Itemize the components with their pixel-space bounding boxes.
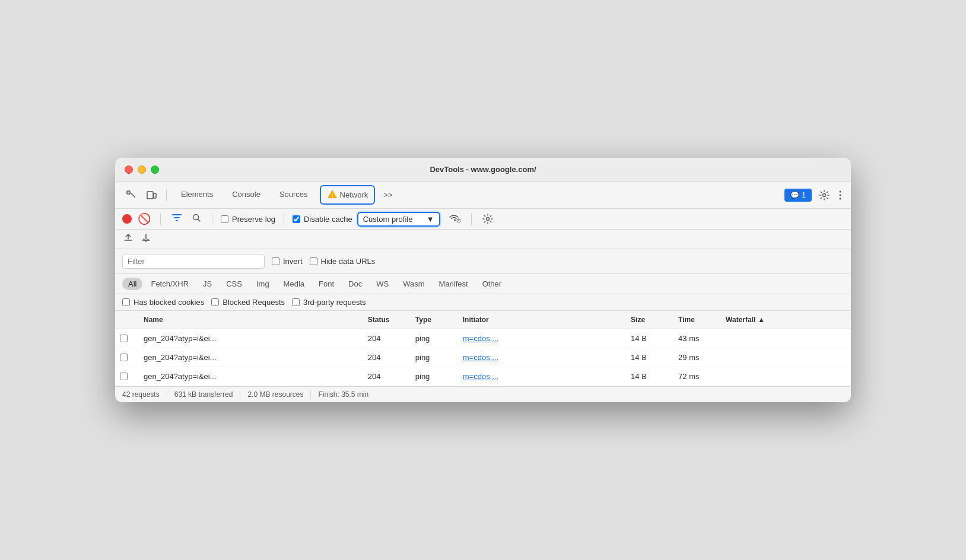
tab-sources[interactable]: Sources [271, 186, 316, 203]
devtools-window: DevTools - www.google.com/ Elements Cons… [115, 158, 851, 402]
row-checkbox-3[interactable] [115, 371, 139, 382]
type-filter-all[interactable]: All [122, 278, 142, 290]
filter-bar: Invert Hide data URLs [115, 249, 851, 274]
minimize-button[interactable] [138, 166, 146, 174]
th-status[interactable]: Status [363, 314, 411, 325]
upload-button[interactable] [122, 232, 134, 246]
row-status-2: 204 [363, 352, 411, 363]
blocked-requests-checkbox[interactable] [211, 298, 219, 306]
row-checkbox-2[interactable] [115, 352, 139, 363]
divider-2 [160, 213, 161, 225]
preserve-log-label: Preserve log [232, 215, 275, 224]
filter-input[interactable] [122, 254, 265, 269]
device-toggle-icon[interactable] [142, 187, 160, 203]
type-filter-img[interactable]: Img [250, 278, 275, 290]
filter-icon[interactable] [169, 211, 185, 227]
tab-network[interactable]: ! Network [320, 185, 376, 205]
table-row[interactable]: gen_204?atyp=i&ei... 204 ping m=cdos,...… [115, 348, 851, 367]
row-name-3[interactable]: gen_204?atyp=i&ei... [139, 371, 363, 382]
network-settings-icon[interactable] [480, 211, 495, 227]
th-checkbox [115, 314, 139, 325]
row-size-3: 14 B [626, 371, 673, 382]
row-status-3: 204 [363, 371, 411, 382]
type-filter-manifest[interactable]: Manifest [433, 278, 474, 290]
row-waterfall-1 [721, 333, 833, 344]
row-status-1: 204 [363, 333, 411, 344]
type-filter-fetch-xhr[interactable]: Fetch/XHR [145, 278, 195, 290]
row-checkbox-1[interactable] [115, 333, 139, 344]
maximize-button[interactable] [151, 166, 159, 174]
upload-download-bar [115, 230, 851, 249]
row-size-2: 14 B [626, 352, 673, 363]
divider-1 [166, 189, 167, 201]
th-type[interactable]: Type [411, 314, 458, 325]
type-filter-other[interactable]: Other [476, 278, 508, 290]
type-filter-ws[interactable]: WS [370, 278, 395, 290]
tab-elements[interactable]: Elements [173, 186, 221, 203]
row-initiator-1[interactable]: m=cdos,... [458, 333, 626, 344]
download-button[interactable] [140, 232, 152, 246]
table-row[interactable]: gen_204?atyp=i&ei... 204 ping m=cdos,...… [115, 367, 851, 386]
type-filter-css[interactable]: CSS [220, 278, 248, 290]
svg-point-8 [840, 198, 841, 199]
network-toolbar: 🚫 Preserve log Disable cache Custom prof [115, 209, 851, 230]
disable-cache-checkbox[interactable] [293, 215, 300, 223]
hide-data-urls-checkbox-label[interactable]: Hide data URLs [310, 257, 376, 266]
tab-console[interactable]: Console [224, 186, 269, 203]
preserve-log-checkbox-label[interactable]: Preserve log [221, 215, 275, 224]
close-button[interactable] [125, 166, 133, 174]
type-filter-doc[interactable]: Doc [342, 278, 368, 290]
invert-checkbox-label[interactable]: Invert [272, 257, 303, 266]
divider-3 [212, 213, 212, 225]
th-time[interactable]: Time [673, 314, 721, 325]
type-filter-media[interactable]: Media [278, 278, 310, 290]
record-button[interactable] [122, 214, 132, 224]
svg-point-7 [840, 194, 841, 196]
row-type-1: ping [411, 333, 458, 344]
th-waterfall[interactable]: Waterfall ▲ [721, 314, 833, 325]
status-bar: 42 requests 631 kB transferred 2.0 MB re… [115, 386, 851, 402]
chat-button[interactable]: 💬 1 [784, 189, 812, 202]
settings-button[interactable] [816, 187, 832, 203]
type-filter-js[interactable]: JS [197, 278, 218, 290]
svg-text:!: ! [331, 193, 333, 199]
row-waterfall-3 [721, 371, 833, 382]
custom-profile-label: Custom profile [363, 215, 413, 224]
th-size[interactable]: Size [626, 314, 673, 325]
blocked-cookies-label[interactable]: Has blocked cookies [122, 298, 204, 307]
more-options-button[interactable] [837, 187, 844, 203]
row-name-1[interactable]: gen_204?atyp=i&ei... [139, 333, 363, 344]
tab-more[interactable]: >> [379, 188, 397, 202]
table-row[interactable]: gen_204?atyp=i&ei... 204 ping m=cdos,...… [115, 329, 851, 348]
filter-checkboxes: Invert Hide data URLs [272, 257, 375, 266]
third-party-label[interactable]: 3rd-party requests [292, 298, 366, 307]
row-initiator-2[interactable]: m=cdos,... [458, 352, 626, 363]
wifi-settings-icon[interactable] [445, 212, 463, 226]
th-name[interactable]: Name [139, 314, 363, 325]
svg-point-5 [823, 193, 826, 196]
row-type-3: ping [411, 371, 458, 382]
main-toolbar: Elements Console Sources ! Network >> 💬 … [115, 182, 851, 209]
row-name-2[interactable]: gen_204?atyp=i&ei... [139, 352, 363, 363]
hide-data-urls-checkbox[interactable] [310, 257, 317, 265]
blocked-requests-text: Blocked Requests [223, 298, 285, 307]
type-filter-wasm[interactable]: Wasm [397, 278, 430, 290]
blocked-filters-bar: Has blocked cookies Blocked Requests 3rd… [115, 294, 851, 311]
third-party-text: 3rd-party requests [303, 298, 366, 307]
row-initiator-3[interactable]: m=cdos,... [458, 371, 626, 382]
type-filter-font[interactable]: Font [313, 278, 340, 290]
search-icon[interactable] [189, 212, 204, 226]
inspect-icon[interactable] [122, 187, 140, 203]
stop-button[interactable]: 🚫 [136, 212, 152, 225]
blocked-cookies-checkbox[interactable] [122, 298, 130, 306]
chat-count: 1 [802, 191, 806, 199]
th-initiator[interactable]: Initiator [458, 314, 626, 325]
blocked-requests-label[interactable]: Blocked Requests [211, 298, 285, 307]
invert-checkbox[interactable] [272, 257, 279, 265]
disable-cache-checkbox-label[interactable]: Disable cache [293, 215, 352, 224]
custom-profile-dropdown[interactable]: Custom profile ▼ [357, 212, 440, 227]
preserve-log-checkbox[interactable] [221, 215, 228, 223]
row-time-1: 43 ms [673, 333, 721, 344]
tab-network-label: Network [340, 190, 368, 199]
third-party-checkbox[interactable] [292, 298, 300, 306]
